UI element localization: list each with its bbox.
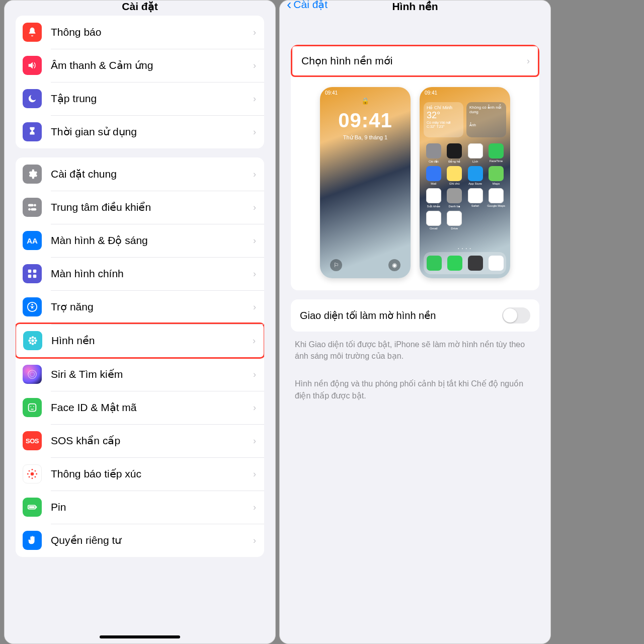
lock-icon: 🔒 <box>320 97 411 105</box>
battery-icon <box>23 498 42 517</box>
settings-row-display[interactable]: AAMàn hình & Độ sáng› <box>16 224 264 257</box>
preview-app: Lịch <box>466 143 484 163</box>
chevron-right-icon: › <box>253 502 256 513</box>
settings-row-wallpaper[interactable]: Hình nền› <box>16 323 264 359</box>
chevron-right-icon: › <box>253 469 256 479</box>
back-button[interactable]: ‹ Cài đặt <box>287 0 328 11</box>
svg-point-13 <box>28 340 31 342</box>
preview-app: Google Maps <box>487 188 505 208</box>
privacy-icon <box>23 531 42 550</box>
choose-wallpaper-label: Chọn hình nền mới <box>299 55 527 67</box>
settings-pane: Cài đặt Thông báo›Âm thanh & Cảm ứng›Tập… <box>4 0 276 644</box>
row-label: Âm thanh & Cảm ứng <box>51 59 253 71</box>
back-label: Cài đặt <box>293 0 328 11</box>
sounds-icon <box>23 56 42 75</box>
wallpaper-icon <box>23 331 42 350</box>
svg-rect-34 <box>29 506 35 508</box>
svg-point-9 <box>31 304 33 305</box>
dark-dim-toggle-row: Giao diện tối làm mờ hình nền <box>291 299 539 332</box>
svg-point-30 <box>35 470 36 472</box>
chevron-right-icon: › <box>253 269 256 279</box>
svg-rect-6 <box>28 275 31 278</box>
preview-app: Gmail <box>425 211 442 230</box>
settings-row-siri[interactable]: Siri & Tìm kiếm› <box>16 358 264 391</box>
dock-app <box>468 256 483 271</box>
dock-app <box>489 256 504 271</box>
preview-status-time: 09:41 <box>325 90 338 96</box>
home-screen-preview[interactable]: 09:41 Hồ Chí Minh 32° Có mây Vài nơi C:3… <box>420 87 510 278</box>
row-label: Thời gian sử dụng <box>51 126 253 138</box>
page-dots: • • • • <box>420 247 510 250</box>
weather-widget: Hồ Chí Minh 32° Có mây Vài nơi C:32° T:2… <box>424 102 463 137</box>
chevron-right-icon: › <box>253 436 256 446</box>
svg-point-11 <box>32 336 34 339</box>
preview-app: Maps <box>487 166 505 185</box>
svg-rect-21 <box>29 404 36 412</box>
settings-row-privacy[interactable]: Quyền riêng tư› <box>16 524 264 557</box>
chevron-right-icon: › <box>253 336 256 346</box>
svg-point-27 <box>27 473 29 475</box>
chevron-right-icon: › <box>253 127 256 137</box>
settings-row-faceid[interactable]: Face ID & Mật mã› <box>16 391 264 424</box>
svg-point-15 <box>29 337 31 339</box>
preview-app: Danh bạ <box>445 188 463 208</box>
chevron-right-icon: › <box>253 202 256 213</box>
chevron-left-icon: ‹ <box>287 0 291 10</box>
dark-dim-label: Giao diện tối làm mờ hình nền <box>300 309 502 321</box>
svg-point-31 <box>29 476 30 478</box>
chevron-right-icon: › <box>253 535 256 546</box>
row-label: Hình nền <box>51 335 253 347</box>
dock-app <box>447 256 462 271</box>
svg-point-29 <box>29 470 30 472</box>
preview-app: App Store <box>466 166 484 185</box>
dock <box>424 252 506 274</box>
settings-row-focus[interactable]: Tập trung› <box>16 82 264 115</box>
settings-row-sounds[interactable]: Âm thanh & Cảm ứng› <box>16 49 264 82</box>
settings-row-screentime[interactable]: Thời gian sử dụng› <box>16 115 264 148</box>
photos-widget: Không có ảnh nổi dung Ảnh <box>466 102 506 137</box>
nav-title-left: Cài đặt <box>5 1 275 12</box>
preview-app <box>487 211 505 230</box>
settings-row-exposure[interactable]: Thông báo tiếp xúc› <box>16 457 264 491</box>
row-label: Siri & Tìm kiếm <box>51 368 253 380</box>
preview-date: Thứ Ba, 9 tháng 1 <box>320 134 411 141</box>
wallpaper-detail-pane: ‹ Cài đặt Hình nền Chọn hình nền mới › 0… <box>279 0 551 644</box>
preview-app: Đồng hồ <box>445 143 463 163</box>
home-indicator[interactable] <box>100 635 180 638</box>
row-label: Face ID & Mật mã <box>51 401 253 414</box>
settings-row-battery[interactable]: Pin› <box>16 491 264 524</box>
svg-point-23 <box>33 406 34 407</box>
settings-row-home-screen[interactable]: Màn hình chính› <box>16 257 264 290</box>
control-center-icon <box>23 198 42 217</box>
footnote-2: Hình nền động và thu phóng phối cảnh bị … <box>280 371 550 401</box>
faceid-icon <box>23 398 42 417</box>
svg-point-28 <box>36 473 37 475</box>
chevron-right-icon: › <box>527 56 530 66</box>
svg-rect-4 <box>28 270 31 273</box>
home-screen-icon <box>23 264 42 283</box>
focus-icon <box>23 89 42 108</box>
preview-app: Mail <box>425 166 442 185</box>
svg-point-19 <box>28 370 37 379</box>
svg-point-24 <box>31 472 34 476</box>
svg-point-1 <box>34 204 36 207</box>
svg-rect-2 <box>31 208 36 211</box>
settings-row-notifications[interactable]: Thông báo› <box>16 16 264 49</box>
preview-app: FaceTime <box>487 143 505 163</box>
row-label: Trợ năng <box>51 301 253 313</box>
svg-point-17 <box>29 342 31 344</box>
settings-row-control-center[interactable]: Trung tâm điều khiển› <box>16 191 264 224</box>
svg-point-26 <box>32 477 33 479</box>
detail-title: Hình nền <box>392 1 438 13</box>
settings-row-accessibility[interactable]: Trợ năng› <box>16 290 264 324</box>
lock-screen-preview[interactable]: 09:41 🔒 09:41 Thứ Ba, 9 tháng 1 ⚐ ◉ <box>320 87 411 278</box>
row-label: Cài đặt chung <box>51 168 253 180</box>
wallpaper-previews: 09:41 🔒 09:41 Thứ Ba, 9 tháng 1 ⚐ ◉ 09:4… <box>291 77 539 290</box>
chevron-right-icon: › <box>253 60 256 71</box>
choose-wallpaper-row[interactable]: Chọn hình nền mới › <box>291 45 539 77</box>
preview-status-time2: 09:41 <box>425 90 437 96</box>
settings-row-general[interactable]: Cài đặt chung› <box>16 157 264 191</box>
chevron-right-icon: › <box>253 169 256 180</box>
settings-row-sos[interactable]: SOSSOS khẩn cấp› <box>16 424 264 457</box>
dark-dim-toggle[interactable] <box>502 307 530 324</box>
